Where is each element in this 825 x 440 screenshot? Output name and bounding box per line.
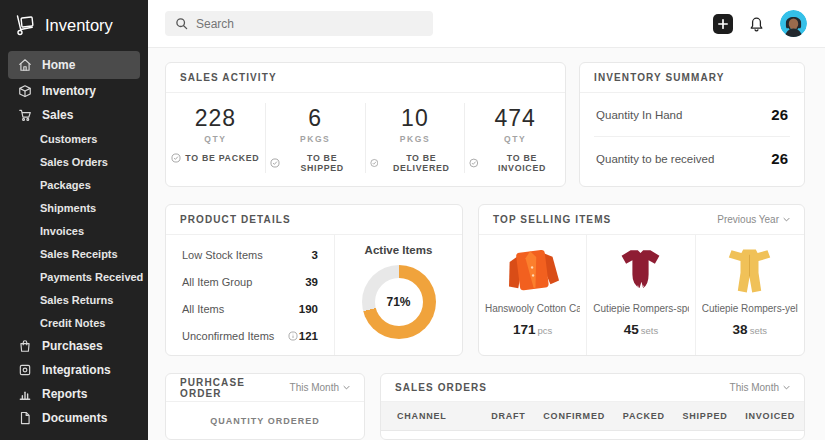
column-packed[interactable]: PACKED <box>614 402 674 431</box>
sidebar-item-credit-notes[interactable]: Credit Notes <box>8 311 140 334</box>
donut-percent: 71% <box>375 278 423 326</box>
sidebar-item-reports[interactable]: Reports <box>8 382 140 406</box>
stat-value: 6 <box>270 105 361 132</box>
pd-row-item-group[interactable]: All Item Group 39 <box>166 268 334 295</box>
sidebar-item-label: Home <box>42 58 75 72</box>
sidebar-item-inventory[interactable]: Inventory <box>8 79 140 103</box>
sidebar-item-home[interactable]: Home <box>8 51 140 79</box>
top-selling-item-2[interactable]: Cutiepie Rompers-spo... 45sets <box>587 235 695 355</box>
item-unit: pcs <box>538 325 553 336</box>
sidebar-item-label: Purchases <box>42 339 103 353</box>
document-icon <box>18 411 32 425</box>
sidebar-item-label: Documents <box>42 411 107 425</box>
card-title: TOP SELLING ITEMS <box>493 214 611 225</box>
table-row[interactable]: Direct sales 0 50 0 0 102 <box>381 431 804 440</box>
product-details-list: Low Stock Items 3 All Item Group 39 All … <box>166 235 334 355</box>
user-avatar[interactable] <box>780 10 807 37</box>
sidebar-item-customers[interactable]: Customers <box>8 127 140 150</box>
pd-label: All Item Group <box>182 276 252 288</box>
sidebar-item-documents[interactable]: Documents <box>8 406 140 430</box>
column-shipped[interactable]: SHIPPED <box>674 402 737 431</box>
table-cell: 0 <box>614 431 674 440</box>
sidebar-item-shipments[interactable]: Shipments <box>8 196 140 219</box>
sales-orders-card: SALES ORDERS This Month CHANNEL DRAFT CO… <box>380 373 805 440</box>
purchase-order-filter-dropdown[interactable]: This Month <box>290 382 350 393</box>
sales-orders-filter-dropdown[interactable]: This Month <box>730 382 790 393</box>
sales-activity-stats: 228 QTY TO BE PACKED 6 PKGS TO BE SHIPPE… <box>166 93 565 186</box>
stat-to-be-invoiced[interactable]: 474 QTY TO BE INVOICED <box>465 103 565 173</box>
sidebar-item-sales-orders[interactable]: Sales Orders <box>8 150 140 173</box>
stat-label: TO BE INVOICED <box>483 153 561 173</box>
bell-icon <box>748 15 765 32</box>
summary-label: Quantity to be received <box>596 153 714 165</box>
top-selling-item-1[interactable]: Hanswooly Cotton Cas... 171pcs <box>479 235 587 355</box>
column-invoiced[interactable]: INVOICED <box>736 402 804 431</box>
stat-label: TO BE PACKED <box>185 153 259 163</box>
sidebar-item-sales-receipts[interactable]: Sales Receipts <box>8 242 140 265</box>
maroon-romper-image <box>593 244 688 298</box>
column-confirmed[interactable]: CONFIRMED <box>534 402 614 431</box>
top-selling-items: Hanswooly Cotton Cas... 171pcs <box>479 235 804 355</box>
table-header-row: CHANNEL DRAFT CONFIRMED PACKED SHIPPED I… <box>381 402 804 431</box>
stat-unit: PKGS <box>270 134 361 144</box>
item-name: Cutiepie Rompers-spo... <box>593 303 688 314</box>
pd-row-unconfirmed[interactable]: Unconfirmed Items 121 <box>166 322 334 349</box>
sidebar-item-sales[interactable]: Sales <box>8 103 140 127</box>
table-cell: 50 <box>534 431 614 440</box>
item-name: Hanswooly Cotton Cas... <box>485 303 580 314</box>
sidebar-item-purchases[interactable]: Purchases <box>8 334 140 358</box>
sidebar-item-payments-received[interactable]: Payments Received <box>8 265 140 288</box>
create-plus-button[interactable] <box>713 14 733 34</box>
notifications-button[interactable] <box>748 15 765 32</box>
sidebar-item-label: Integrations <box>42 363 111 377</box>
stat-to-be-packed[interactable]: 228 QTY TO BE PACKED <box>166 103 266 173</box>
home-icon <box>18 58 32 72</box>
column-channel[interactable]: CHANNEL <box>381 402 483 431</box>
stat-value: 10 <box>370 105 461 132</box>
sidebar-item-invoices[interactable]: Invoices <box>8 219 140 242</box>
search-box[interactable] <box>165 11 433 36</box>
active-items-donut: 71% <box>362 265 436 339</box>
item-name: Cutiepie Rompers-yello... <box>702 303 798 314</box>
summary-row-qty-in-hand: Quantity In Hand 26 <box>580 93 804 136</box>
app-logo[interactable]: Inventory <box>0 0 148 51</box>
stat-value: 474 <box>469 105 561 132</box>
top-selling-filter-dropdown[interactable]: Previous Year <box>717 214 790 225</box>
pd-value: 121 <box>299 330 318 342</box>
filter-label: This Month <box>730 382 779 393</box>
top-selling-header: TOP SELLING ITEMS Previous Year <box>479 205 804 235</box>
stat-to-be-delivered[interactable]: 10 PKGS TO BE DELIVERED <box>366 103 466 173</box>
summary-row-qty-to-receive: Quantity to be received 26 <box>580 137 804 180</box>
cart-icon <box>18 108 32 122</box>
item-quantity: 45 <box>624 322 639 337</box>
sidebar-item-integrations[interactable]: Integrations <box>8 358 140 382</box>
stat-to-be-shipped[interactable]: 6 PKGS TO BE SHIPPED <box>266 103 366 173</box>
yellow-romper-image <box>702 244 798 298</box>
pd-row-low-stock[interactable]: Low Stock Items 3 <box>166 241 334 268</box>
column-draft[interactable]: DRAFT <box>483 402 535 431</box>
quantity-ordered-value: 2.00 <box>166 435 364 440</box>
orange-cardigan-image <box>485 244 580 298</box>
product-details-header: PRODUCT DETAILS <box>166 205 462 235</box>
stat-value: 228 <box>170 105 261 132</box>
info-icon <box>288 331 298 341</box>
sidebar-item-sales-returns[interactable]: Sales Returns <box>8 288 140 311</box>
card-title: SALES ORDERS <box>395 382 487 393</box>
pd-value: 190 <box>299 303 318 315</box>
main-area: SALES ACTIVITY 228 QTY TO BE PACKED 6 PK… <box>148 0 825 440</box>
pd-value: 39 <box>305 276 318 288</box>
app-title: Inventory <box>45 16 113 35</box>
summary-value: 26 <box>771 150 788 167</box>
pd-value: 3 <box>312 249 318 261</box>
sidebar-item-packages[interactable]: Packages <box>8 173 140 196</box>
search-input[interactable] <box>196 17 423 31</box>
item-quantity: 38 <box>733 322 748 337</box>
sidebar-nav: Home Inventory Sales Customers Sales Ord… <box>0 51 148 430</box>
sidebar: Inventory Home Inventory Sales Customers… <box>0 0 148 440</box>
sales-activity-card: SALES ACTIVITY 228 QTY TO BE PACKED 6 PK… <box>165 62 566 187</box>
integrations-icon <box>18 363 32 377</box>
quantity-ordered-label: QUANTITY ORDERED <box>166 416 364 426</box>
pd-row-all-items[interactable]: All Items 190 <box>166 295 334 322</box>
top-selling-items-card: TOP SELLING ITEMS Previous Year <box>478 204 805 356</box>
top-selling-item-3[interactable]: Cutiepie Rompers-yello... 38sets <box>696 235 804 355</box>
